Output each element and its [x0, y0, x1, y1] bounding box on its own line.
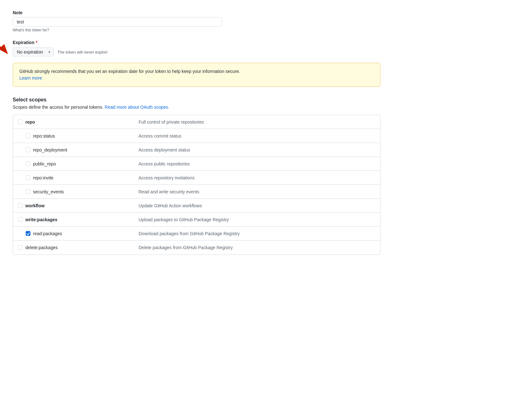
scope-name-cell-write-packages: write:packages — [13, 214, 133, 225]
scope-row-delete-packages: delete:packages Delete packages from Git… — [13, 241, 380, 255]
scope-name-repo-status: repo:status — [33, 133, 55, 139]
expiration-row: No expiration 7 days 30 days 60 days 90 … — [13, 48, 519, 56]
scope-name-read-packages: read:packages — [33, 231, 62, 236]
scope-desc-public-repo: Access public repositories — [133, 158, 380, 170]
scope-checkbox-repo-status[interactable] — [26, 133, 30, 138]
scope-row-write-packages: write:packages Upload packages to GitHub… — [13, 213, 380, 227]
expiration-section: Expiration * No expiration 7 days 30 day… — [13, 40, 519, 56]
scope-name-public-repo: public_repo — [33, 161, 56, 166]
scope-desc-repo-status: Access commit status — [133, 130, 380, 142]
scope-desc-write-packages: Upload packages to GitHub Package Regist… — [133, 214, 380, 225]
scope-name-security-events: security_events — [33, 189, 64, 194]
scope-checkbox-workflow[interactable] — [18, 203, 23, 208]
scope-name-cell-workflow: workflow — [13, 200, 133, 211]
scope-checkbox-repo-deployment[interactable] — [26, 147, 30, 152]
expiration-arrow-annotation — [0, 40, 10, 59]
scope-checkbox-repo-invite[interactable] — [26, 175, 30, 180]
scope-name-repo-invite: repo:invite — [33, 175, 54, 180]
scope-name-cell-repo-invite: repo:invite — [13, 172, 133, 184]
scope-desc-repo-deployment: Access deployment status — [133, 144, 380, 156]
note-helper: What's this token for? — [13, 28, 519, 32]
scope-row-read-packages: read:packages Download packages from Git… — [13, 227, 380, 241]
scope-name-cell-repo: repo — [13, 116, 133, 128]
expiration-select-wrapper: No expiration 7 days 30 days 60 days 90 … — [13, 48, 54, 56]
scope-desc-workflow: Update GitHub Action workflows — [133, 200, 380, 211]
learn-more-link[interactable]: Learn more — [19, 75, 42, 81]
scope-row-repo: repo Full control of private repositorie… — [13, 115, 380, 129]
required-indicator: * — [36, 40, 37, 45]
scope-name-repo: repo — [25, 119, 35, 125]
scope-desc-security-events: Read and write security events — [133, 186, 380, 197]
oauth-scopes-link[interactable]: Read more about OAuth scopes. — [105, 105, 169, 110]
scope-row-repo-status: repo:status Access commit status — [13, 129, 380, 143]
scope-name-cell-public-repo: public_repo — [13, 158, 133, 170]
scope-name-repo-deployment: repo_deployment — [33, 147, 67, 152]
scope-checkbox-write-packages[interactable] — [18, 217, 23, 222]
scope-name-cell-repo-status: repo:status — [13, 130, 133, 142]
scope-row-security-events: security_events Read and write security … — [13, 185, 380, 199]
scopes-section: Select scopes Scopes define the access f… — [13, 97, 519, 255]
scopes-title: Select scopes — [13, 97, 519, 103]
scopes-desc: Scopes define the access for personal to… — [13, 105, 519, 110]
scope-name-cell-delete-packages: delete:packages — [13, 242, 133, 253]
scope-checkbox-security-events[interactable] — [26, 189, 30, 194]
note-input[interactable] — [13, 17, 222, 27]
scope-checkbox-read-packages[interactable] — [26, 231, 30, 236]
scope-name-cell-security-events: security_events — [13, 186, 133, 197]
scope-desc-read-packages: Download packages from GitHub Package Re… — [133, 228, 380, 239]
scopes-table: repo Full control of private repositorie… — [13, 115, 380, 255]
warning-text: GitHub strongly recommends that you set … — [19, 69, 240, 74]
scope-name-cell-read-packages: read:packages — [13, 228, 133, 239]
scope-desc-delete-packages: Delete packages from GitHub Package Regi… — [133, 242, 380, 253]
scope-checkbox-repo[interactable] — [18, 119, 23, 124]
warning-box: GitHub strongly recommends that you set … — [13, 63, 380, 87]
expiration-select[interactable]: No expiration 7 days 30 days 60 days 90 … — [13, 48, 54, 56]
scope-name-workflow: workflow — [25, 203, 45, 208]
scope-row-workflow: workflow Update GitHub Action workflows — [13, 199, 380, 213]
expiration-label: Expiration * — [13, 40, 519, 45]
scope-name-write-packages: write:packages — [25, 217, 57, 222]
note-section: Note What's this token for? — [13, 10, 519, 32]
scope-name-cell-repo-deployment: repo_deployment — [13, 144, 133, 156]
scope-name-delete-packages: delete:packages — [25, 245, 58, 250]
scope-row-repo-invite: repo:invite Access repository invitation… — [13, 171, 380, 185]
scope-desc-repo-invite: Access repository invitations — [133, 172, 380, 184]
expiry-hint: The token will never expire! — [57, 50, 107, 55]
scope-checkbox-delete-packages[interactable] — [18, 245, 23, 250]
scope-desc-repo: Full control of private repositories — [133, 116, 380, 128]
scope-row-public-repo: public_repo Access public repositories — [13, 157, 380, 171]
note-label: Note — [13, 10, 519, 15]
scope-checkbox-public-repo[interactable] — [26, 161, 30, 166]
scope-row-repo-deployment: repo_deployment Access deployment status — [13, 143, 380, 157]
